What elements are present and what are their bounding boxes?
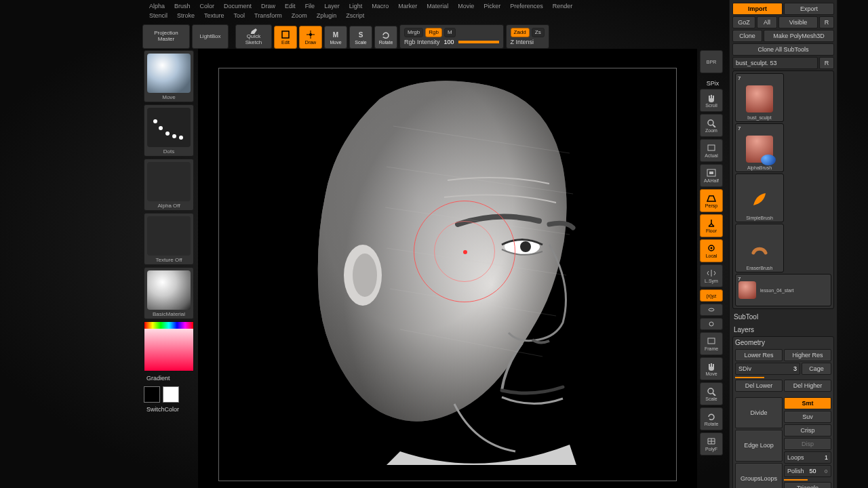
del-higher-button[interactable]: Del Higher — [784, 380, 831, 392]
disp-button[interactable]: Disp — [784, 438, 831, 450]
menu-layer[interactable]: Layer — [324, 3, 340, 9]
make-polymesh-button[interactable]: Make PolyMesh3D — [764, 30, 834, 42]
scroll-button[interactable]: Scroll — [700, 89, 723, 112]
clone-button[interactable]: Clone — [732, 30, 762, 42]
move-nav-button[interactable]: Move — [700, 357, 723, 380]
z-toggle-button[interactable] — [700, 318, 723, 330]
menu-material[interactable]: Material — [427, 3, 448, 9]
zsub-button[interactable]: Zs — [532, 28, 545, 38]
geometry-header[interactable]: Geometry — [735, 339, 831, 348]
menu-macro[interactable]: Macro — [372, 3, 389, 9]
spix-label[interactable]: SPix — [700, 80, 726, 87]
tool-item-lesson04[interactable]: 7 lesson_04_start — [735, 274, 831, 306]
lower-res-button[interactable]: Lower Res — [735, 349, 783, 361]
menu-render[interactable]: Render — [553, 3, 573, 9]
divide-button[interactable]: Divide — [735, 397, 783, 428]
loops-slider[interactable]: Loops1 — [784, 451, 831, 464]
groupsloops-button[interactable]: GroupsLoops — [735, 463, 783, 488]
local-button[interactable]: Local — [700, 239, 723, 262]
menu-color[interactable]: Color — [200, 3, 215, 9]
menu-draw[interactable]: Draw — [261, 3, 275, 9]
material-swatch[interactable]: BasicMaterial — [144, 267, 194, 319]
higher-res-button[interactable]: Higher Res — [784, 349, 831, 361]
color-picker[interactable] — [144, 321, 194, 371]
cage-button[interactable]: Cage — [802, 363, 831, 375]
polish-slider[interactable]: Polish50○ — [784, 465, 831, 477]
actual-button[interactable]: Actual — [700, 139, 723, 162]
bpr-button[interactable]: BPR — [700, 50, 723, 73]
scale-nav-button[interactable]: Scale — [700, 382, 723, 405]
rotate-mode-button[interactable]: Rotate — [374, 26, 397, 49]
primary-color-swatch[interactable] — [163, 386, 179, 403]
menu-edit[interactable]: Edit — [285, 3, 296, 9]
export-button[interactable]: Export — [784, 3, 834, 15]
triangle-button[interactable]: Triangle — [784, 482, 831, 488]
del-lower-button[interactable]: Del Lower — [735, 380, 783, 392]
rotate-nav-button[interactable]: Rotate — [700, 407, 723, 430]
aahalf-button[interactable]: AAHalf — [700, 164, 723, 187]
hue-bar[interactable] — [144, 322, 193, 329]
switchcolor-label[interactable]: SwitchColor — [144, 406, 194, 413]
draw-mode-button[interactable]: Draw — [299, 26, 322, 49]
menu-picker[interactable]: Picker — [484, 3, 500, 9]
suv-button[interactable]: Suv — [784, 411, 831, 423]
zoom-button[interactable]: Zoom — [700, 114, 723, 137]
subtool-header[interactable]: SubTool — [732, 310, 834, 322]
brush-swatch[interactable]: Move — [144, 50, 194, 102]
m-button[interactable]: M — [444, 28, 456, 38]
lsym-button[interactable]: L.Sym — [700, 264, 723, 287]
rgb-intensity-value[interactable]: 100 — [444, 39, 454, 45]
menu-preferences[interactable]: Preferences — [510, 3, 543, 9]
switch-color[interactable] — [144, 385, 194, 404]
goz-r-button[interactable]: R — [819, 16, 834, 28]
viewport[interactable] — [198, 49, 697, 488]
floor-button[interactable]: Floor — [700, 214, 723, 237]
menu-zscript[interactable]: Zscript — [346, 12, 364, 19]
import-button[interactable]: Import — [732, 3, 783, 15]
goz-visible-button[interactable]: Visible — [778, 16, 818, 28]
menu-stroke[interactable]: Stroke — [177, 12, 195, 19]
menu-movie[interactable]: Movie — [458, 3, 474, 9]
crisp-button[interactable]: Crisp — [784, 424, 831, 436]
menu-tool[interactable]: Tool — [234, 12, 245, 19]
stroke-swatch[interactable]: Dots — [144, 104, 194, 157]
menu-document[interactable]: Document — [224, 3, 252, 9]
menu-zplugin[interactable]: Zplugin — [317, 12, 337, 19]
zadd-button[interactable]: Zadd — [511, 28, 530, 38]
rgb-button[interactable]: Rgb — [425, 28, 442, 38]
quick-sketch-button[interactable]: Quick Sketch — [235, 24, 272, 49]
tool-item-bust2[interactable]: 7 AlphaBrush — [735, 123, 784, 172]
y-toggle-button[interactable] — [700, 304, 723, 316]
gradient-label[interactable]: Gradient — [144, 373, 194, 383]
move-mode-button[interactable]: M Move — [324, 26, 347, 49]
mrgb-button[interactable]: Mrgb — [404, 28, 423, 38]
persp-button[interactable]: Persp — [700, 189, 723, 212]
sdiv-slider[interactable]: SDiv3 — [735, 363, 800, 375]
polyf-button[interactable]: PolyF — [700, 432, 723, 455]
rgb-intensity-slider[interactable] — [458, 41, 499, 43]
edit-mode-button[interactable]: Edit — [274, 26, 297, 49]
menu-texture[interactable]: Texture — [204, 12, 224, 19]
tool-item-simplebrush[interactable]: SimpleBrush — [735, 174, 784, 222]
tool-item-bust[interactable]: 7 bust_sculpt — [735, 73, 784, 122]
edge-loop-button[interactable]: Edge Loop — [735, 430, 783, 461]
secondary-color-swatch[interactable] — [144, 386, 160, 403]
layers-header[interactable]: Layers — [732, 323, 834, 335]
menu-marker[interactable]: Marker — [398, 3, 417, 9]
scale-mode-button[interactable]: S Scale — [349, 26, 372, 49]
tool-name-field[interactable]: bust_sculpt. 53 — [732, 57, 818, 69]
frame-button[interactable]: Frame — [700, 332, 723, 355]
goz-button[interactable]: GoZ — [732, 16, 755, 28]
menu-brush[interactable]: Brush — [174, 3, 191, 9]
menu-light[interactable]: Light — [349, 3, 363, 9]
xyz-button[interactable]: (x)yz — [700, 289, 723, 302]
goz-all-button[interactable]: All — [757, 16, 777, 28]
menu-stencil[interactable]: Stencil — [149, 12, 167, 19]
smt-button[interactable]: Smt — [784, 397, 831, 409]
projection-master-button[interactable]: Projection Master — [142, 24, 190, 49]
clone-all-subtools-button[interactable]: Clone All SubTools — [732, 43, 834, 56]
menu-transform[interactable]: Transform — [254, 12, 282, 19]
menu-alpha[interactable]: Alpha — [149, 3, 165, 9]
menu-file[interactable]: File — [305, 3, 315, 9]
alpha-swatch[interactable]: Alpha Off — [144, 159, 194, 211]
